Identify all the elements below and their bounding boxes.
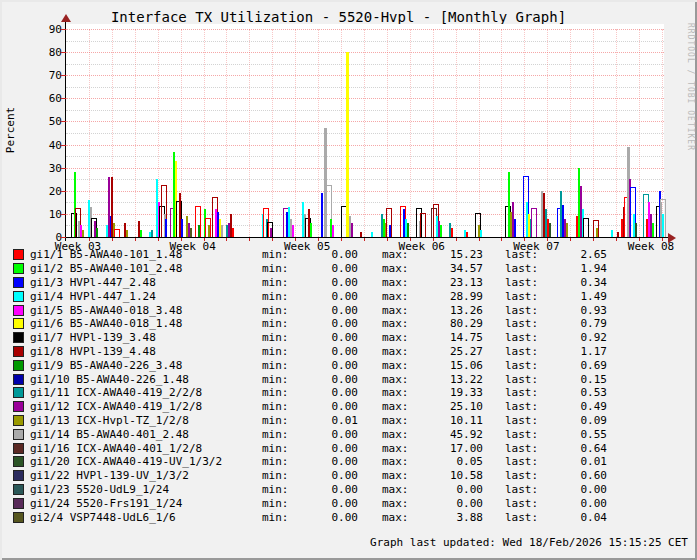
grid-v bbox=[456, 29, 457, 237]
grid-v bbox=[226, 29, 227, 237]
grid-major-h bbox=[66, 145, 664, 146]
legend-min-value: 0.00 bbox=[290, 373, 358, 386]
x-tick bbox=[501, 238, 502, 241]
legend-last-value: 0.93 bbox=[543, 304, 607, 317]
legend-swatch bbox=[13, 443, 24, 454]
legend-min-label: min: bbox=[262, 248, 290, 261]
legend-series-name: gi1/2 B5-AWA40-101_2.48 bbox=[30, 262, 262, 275]
grid-major-h bbox=[66, 168, 664, 169]
legend-min-label: min: bbox=[262, 373, 290, 386]
data-spike bbox=[346, 52, 349, 237]
y-tick bbox=[61, 145, 66, 146]
legend-last-label: last: bbox=[505, 359, 543, 372]
legend: gi1/1 B5-AWA40-101_1.48min:0.00max:15.23… bbox=[13, 248, 689, 524]
y-tick-label: 20 bbox=[36, 186, 62, 197]
legend-last-label: last: bbox=[505, 511, 543, 524]
legend-max-label: max: bbox=[382, 386, 412, 399]
legend-series-name: gi1/1 B5-AWA40-101_1.48 bbox=[30, 248, 262, 261]
legend-max-label: max: bbox=[382, 331, 412, 344]
data-spike bbox=[198, 225, 200, 237]
grid-v bbox=[249, 29, 250, 237]
legend-row: gi1/16 ICX-AWA40-401_1/2/8min:0.00max:17… bbox=[13, 441, 689, 455]
legend-min-value: 0.00 bbox=[290, 248, 358, 261]
y-tick bbox=[61, 121, 66, 122]
grid-v bbox=[616, 29, 617, 237]
data-spike bbox=[165, 219, 167, 237]
legend-max-label: max: bbox=[382, 497, 412, 510]
legend-min-label: min: bbox=[262, 400, 290, 413]
legend-min-value: 0.00 bbox=[290, 276, 358, 289]
legend-last-label: last: bbox=[505, 428, 543, 441]
legend-swatch bbox=[13, 305, 24, 316]
y-tick-label: 80 bbox=[36, 47, 62, 58]
legend-series-name: gi1/7 HVPl-139_3.48 bbox=[30, 331, 262, 344]
y-tick-label: 30 bbox=[36, 163, 62, 174]
legend-last-value: 0.00 bbox=[543, 497, 607, 510]
legend-row: gi1/8 HVPl-139_4.48min:0.00max:25.27last… bbox=[13, 345, 689, 359]
grid-v bbox=[318, 29, 319, 237]
legend-series-name: gi1/16 ICX-AWA40-401_1/2/8 bbox=[30, 442, 262, 455]
grid-v bbox=[272, 29, 273, 237]
legend-swatch bbox=[13, 346, 24, 357]
legend-max-label: max: bbox=[382, 373, 412, 386]
grid-v bbox=[204, 29, 205, 237]
legend-min-label: min: bbox=[262, 276, 290, 289]
grid-v bbox=[570, 29, 571, 237]
legend-series-name: gi1/14 B5-AWA40-401_2.48 bbox=[30, 428, 262, 441]
legend-last-label: last: bbox=[505, 276, 543, 289]
grid-minor-h bbox=[66, 133, 664, 134]
y-axis-label: Percent bbox=[4, 107, 17, 153]
legend-series-name: gi1/9 B5-AWA40-226_3.48 bbox=[30, 359, 262, 372]
legend-last-value: 1.17 bbox=[543, 345, 607, 358]
legend-last-value: 2.65 bbox=[543, 248, 607, 261]
legend-min-label: min: bbox=[262, 469, 290, 482]
legend-last-label: last: bbox=[505, 455, 543, 468]
legend-swatch bbox=[13, 401, 24, 412]
legend-last-label: last: bbox=[505, 317, 543, 330]
legend-row: gi1/3 HVPl-447_2.48min:0.00max:23.13last… bbox=[13, 276, 689, 290]
legend-min-value: 0.00 bbox=[290, 469, 358, 482]
legend-row: gi1/6 B5-AWA40-018_1.48min:0.00max:80.29… bbox=[13, 317, 689, 331]
legend-swatch bbox=[13, 512, 24, 523]
data-spike bbox=[440, 225, 442, 237]
legend-last-label: last: bbox=[505, 290, 543, 303]
grid-minor-h bbox=[66, 110, 664, 111]
legend-last-label: last: bbox=[505, 483, 543, 496]
y-tick-label: 10 bbox=[36, 209, 62, 220]
data-spike bbox=[531, 208, 537, 237]
graph-title: Interface TX Utilization - 5520-Hvpl - [… bbox=[0, 9, 677, 25]
grid-v bbox=[479, 29, 480, 237]
legend-series-name: gi1/6 B5-AWA40-018_1.48 bbox=[30, 317, 262, 330]
legend-min-label: min: bbox=[262, 317, 290, 330]
legend-min-label: min: bbox=[262, 497, 290, 510]
legend-max-label: max: bbox=[382, 442, 412, 455]
x-tick bbox=[249, 238, 250, 241]
x-tick bbox=[181, 238, 182, 241]
legend-series-name: gi1/5 B5-AWA40-018_3.48 bbox=[30, 304, 262, 317]
data-spike bbox=[270, 228, 272, 237]
legend-last-label: last: bbox=[505, 400, 543, 413]
grid-v bbox=[295, 29, 296, 237]
legend-series-name: gi1/23 5520-UdL9_1/24 bbox=[30, 483, 262, 496]
legend-row: gi1/22 HVPl-139-UV_1/3/2min:0.00max:10.5… bbox=[13, 469, 689, 483]
data-spike bbox=[351, 223, 353, 237]
legend-max-label: max: bbox=[382, 469, 412, 482]
legend-min-label: min: bbox=[262, 511, 290, 524]
legend-last-label: last: bbox=[505, 248, 543, 261]
data-spike bbox=[140, 230, 142, 237]
grid-v bbox=[639, 29, 640, 237]
legend-swatch bbox=[13, 484, 24, 495]
legend-max-label: max: bbox=[382, 400, 412, 413]
data-spike bbox=[96, 228, 98, 237]
legend-swatch bbox=[13, 498, 24, 509]
data-spike bbox=[662, 214, 664, 237]
legend-min-value: 0.00 bbox=[290, 511, 358, 524]
legend-row: gi1/5 B5-AWA40-018_3.48min:0.00max:13.26… bbox=[13, 303, 689, 317]
x-tick bbox=[226, 238, 227, 241]
x-tick bbox=[547, 238, 548, 241]
legend-series-name: gi1/3 HVPl-447_2.48 bbox=[30, 276, 262, 289]
legend-max-value: 10.11 bbox=[412, 414, 483, 427]
y-tick bbox=[61, 98, 66, 99]
grid-major-h bbox=[66, 98, 664, 99]
legend-last-value: 0.92 bbox=[543, 331, 607, 344]
